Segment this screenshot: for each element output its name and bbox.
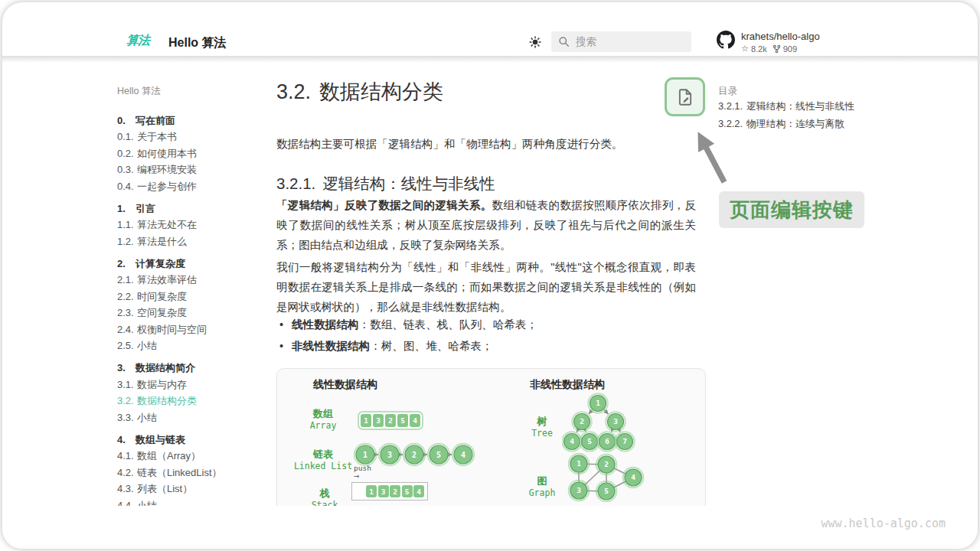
- sidebar-item[interactable]: 2.4.权衡时间与空间: [117, 323, 259, 340]
- sidebar-item[interactable]: 1.2.算法是什么: [117, 235, 259, 252]
- sidebar-item[interactable]: 3.2.数据结构分类: [117, 394, 259, 411]
- theme-toggle-button[interactable]: [528, 35, 543, 51]
- repo-forks: 909: [783, 44, 797, 54]
- header-divider: [2, 56, 978, 63]
- sidebar-item[interactable]: 0.4.一起参与创作: [117, 180, 259, 197]
- svg-text:4: 4: [631, 473, 635, 481]
- svg-text:5: 5: [604, 487, 609, 495]
- stack-label: 栈: [294, 487, 355, 500]
- edit-file-icon: [675, 87, 695, 107]
- svg-text:2: 2: [604, 460, 609, 468]
- tree-graphic: 1234567: [562, 393, 635, 452]
- sidebar-item[interactable]: 3.3.小结: [117, 411, 259, 428]
- sidebar-section-title[interactable]: 1.引言: [117, 202, 259, 219]
- figure-left-title: 线性数据结构: [313, 378, 377, 392]
- bullet-item: •线性数据结构：数组、链表、栈、队列、哈希表；: [279, 318, 537, 339]
- svg-text:1: 1: [363, 451, 368, 459]
- graph-graphic: 12345: [567, 452, 648, 502]
- page: 算法 Hello 算法 搜索: [2, 2, 978, 549]
- sidebar-item[interactable]: 2.5.小结: [117, 339, 259, 356]
- watermark: www.hello-algo.com: [821, 517, 946, 530]
- paragraph: 「逻辑结构」反映了数据之间的逻辑关系。数组和链表的数据按照顺序依次排列，反映了数…: [276, 195, 696, 255]
- edit-page-button[interactable]: [665, 77, 705, 116]
- toc-item[interactable]: 3.2.2.物理结构：连续与离散: [718, 118, 854, 135]
- annotation-label: 页面编辑按键: [719, 191, 864, 228]
- toc-title: 目录: [718, 85, 737, 98]
- sidebar-item[interactable]: 4.2.链表（LinkedList）: [117, 466, 259, 483]
- search-placeholder: 搜索: [576, 35, 596, 49]
- sidebar-site-title: Hello 算法: [117, 85, 161, 98]
- sidebar-item[interactable]: 0.1.关于本书: [117, 130, 259, 147]
- github-icon: [717, 31, 735, 49]
- sidebar-item[interactable]: 2.3.空间复杂度: [117, 306, 259, 323]
- linked-list-graphic: 13254: [354, 442, 476, 467]
- array-label: 数组: [292, 407, 354, 421]
- sidebar-item[interactable]: 2.1.算法效率评估: [117, 273, 259, 290]
- array-graphic: 13254: [359, 412, 422, 429]
- svg-text:3: 3: [387, 451, 392, 459]
- fork-icon: [773, 44, 781, 54]
- svg-text:2: 2: [580, 417, 584, 425]
- bottom-mask: www.hello-algo.com: [2, 506, 978, 549]
- stack-graphic: 13254: [351, 482, 428, 500]
- sidebar-item[interactable]: 0.3.编程环境安装: [117, 163, 259, 180]
- svg-text:4: 4: [570, 437, 574, 445]
- push-label: push→: [354, 465, 371, 480]
- graph-label: 图: [511, 474, 573, 488]
- repo-stars: 8.2k: [751, 44, 767, 54]
- sun-icon: [528, 35, 542, 49]
- svg-text:1: 1: [577, 459, 581, 468]
- svg-text:4: 4: [461, 451, 466, 459]
- svg-text:5: 5: [436, 451, 441, 459]
- site-logo-icon[interactable]: 算法: [126, 33, 149, 49]
- sidebar-item[interactable]: 4.1.数组（Array）: [117, 449, 259, 466]
- svg-text:3: 3: [577, 486, 581, 494]
- bullet-list: •线性数据结构：数组、链表、栈、队列、哈希表；•非线性数据结构：树、图、堆、哈希…: [279, 318, 537, 360]
- bullet-item: •非线性数据结构：树、图、堆、哈希表；: [279, 339, 537, 360]
- svg-text:6: 6: [605, 437, 609, 445]
- section-heading: 3.2.1.逻辑结构：线性与非线性: [276, 171, 495, 197]
- svg-text:3: 3: [613, 417, 618, 425]
- search-icon: [558, 36, 570, 47]
- intro-paragraph: 数据结构主要可根据「逻辑结构」和「物理结构」两种角度进行分类。: [276, 134, 622, 154]
- sidebar-section-title[interactable]: 3.数据结构简介: [117, 361, 259, 378]
- toc-item[interactable]: 3.2.1.逻辑结构：线性与非线性: [718, 100, 854, 118]
- sidebar-section-title[interactable]: 4.数组与链表: [117, 433, 259, 450]
- svg-text:7: 7: [622, 437, 627, 445]
- annotation-arrow-icon: [682, 119, 736, 191]
- svg-text:2: 2: [412, 451, 416, 459]
- star-icon: ☆: [741, 44, 749, 54]
- page-title: 3.2.数据结构分类: [276, 78, 443, 106]
- github-repo-link[interactable]: krahets/hello-algo ☆ 8.2k 909: [717, 31, 820, 54]
- sidebar-item[interactable]: 0.2.如何使用本书: [117, 147, 259, 164]
- sidebar-section-title[interactable]: 2.计算复杂度: [117, 257, 259, 274]
- svg-text:5: 5: [587, 437, 592, 445]
- site-title[interactable]: Hello 算法: [168, 35, 227, 51]
- search-box[interactable]: 搜索: [551, 31, 691, 52]
- repo-name: krahets/hello-algo: [741, 31, 820, 42]
- sidebar-item[interactable]: 2.2.时间复杂度: [117, 290, 259, 307]
- paragraph: 我们一般将逻辑结构分为「线性」和「非线性」两种。"线性"这个概念很直观，即表明数…: [276, 257, 696, 317]
- svg-text:1: 1: [596, 399, 600, 407]
- figure-right-title: 非线性数据结构: [530, 378, 605, 392]
- sidebar-section-title[interactable]: 0.写在前面: [117, 114, 259, 131]
- sidebar-item[interactable]: 4.3.列表（List）: [117, 482, 259, 499]
- sidebar-item[interactable]: 3.1.数据与内存: [117, 378, 259, 395]
- sidebar-item[interactable]: 1.1.算法无处不在: [117, 218, 259, 235]
- linked-list-label: 链表: [292, 448, 354, 461]
